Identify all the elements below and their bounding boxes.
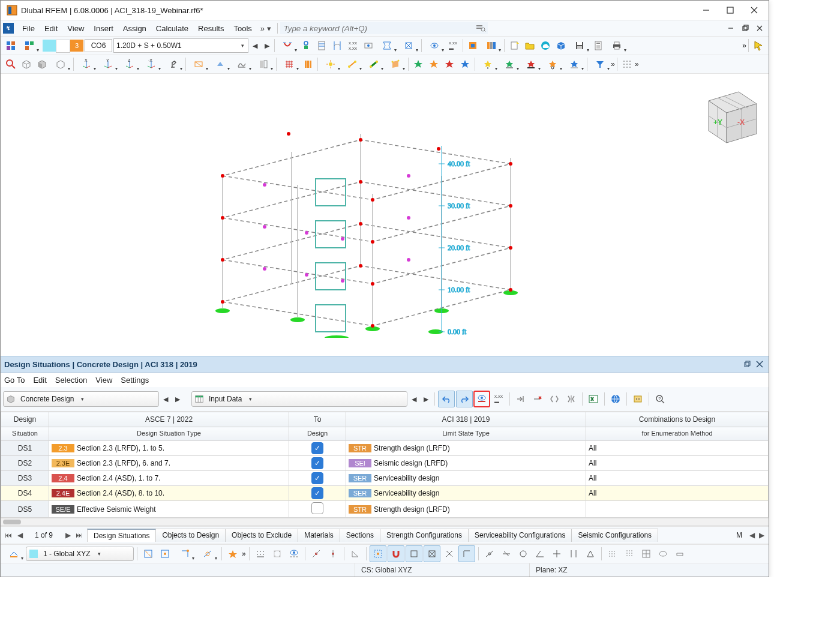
tool-node-1[interactable] bbox=[320, 56, 341, 72]
tool-results-xxx[interactable]: x.xxx.xx bbox=[345, 38, 361, 53]
tool-section-1[interactable] bbox=[188, 56, 209, 72]
toolbar2-overflow[interactable]: » bbox=[611, 60, 615, 68]
tool-star-1[interactable] bbox=[410, 56, 426, 72]
osnap-1[interactable] bbox=[253, 546, 268, 562]
loadcase-next[interactable]: ▶ bbox=[262, 39, 272, 52]
panel-menu-view[interactable]: View bbox=[95, 376, 112, 385]
tab-serviceability-configurations[interactable]: Serviceability Configurations bbox=[468, 529, 572, 542]
tool-star-6[interactable] bbox=[499, 56, 520, 72]
snap-2[interactable] bbox=[157, 546, 173, 562]
menu-view[interactable]: View bbox=[62, 23, 89, 34]
snap-4[interactable] bbox=[197, 546, 218, 562]
situation-type-cell[interactable]: SE/EEffective Seismic Weight bbox=[49, 501, 289, 518]
panel-menu-goto[interactable]: Go To bbox=[4, 376, 25, 385]
combinations-cell[interactable]: All bbox=[586, 441, 769, 456]
tool-print-preview[interactable] bbox=[590, 38, 606, 53]
panel-undo[interactable] bbox=[438, 391, 455, 407]
tool-navigator-2[interactable] bbox=[19, 38, 40, 53]
tool-new[interactable] bbox=[506, 38, 522, 53]
panel-globe[interactable] bbox=[608, 391, 623, 407]
snap-star[interactable] bbox=[225, 546, 241, 562]
table-row[interactable]: DS32.4Section 2.4 (ASD), 1. to 7.✓SERSer… bbox=[1, 471, 769, 486]
loadcase-select[interactable]: 1.20D + S + 0.50W1▾ bbox=[113, 38, 248, 53]
toggle-rect-x[interactable] bbox=[424, 545, 440, 562]
combinations-cell[interactable]: All bbox=[586, 486, 769, 501]
to-design-checkbox[interactable]: ✓ bbox=[289, 441, 346, 456]
navigation-cube[interactable]: +Y -X bbox=[691, 80, 763, 152]
snap-3[interactable] bbox=[174, 546, 196, 562]
osnap-2[interactable] bbox=[269, 546, 285, 562]
limit-state-cell[interactable]: STRStrength design (LRFD) bbox=[346, 501, 586, 518]
input-combo-prev[interactable]: ◀ bbox=[409, 392, 419, 406]
tool-star-9[interactable] bbox=[563, 56, 585, 72]
tool-star-7[interactable] bbox=[520, 56, 542, 72]
tab-strength-configurations[interactable]: Strength Configurations bbox=[380, 529, 469, 542]
panel-redo[interactable] bbox=[456, 391, 473, 407]
osnap-5[interactable] bbox=[325, 546, 341, 562]
tool-section-4[interactable] bbox=[253, 56, 274, 72]
panel-menu-settings[interactable]: Settings bbox=[121, 376, 149, 385]
tab-more[interactable]: M bbox=[734, 531, 745, 539]
tool-fe-solid[interactable] bbox=[300, 56, 316, 72]
table-row[interactable]: DS5SE/EEffective Seismic WeightSTRStreng… bbox=[1, 501, 769, 518]
guide-1[interactable] bbox=[605, 546, 620, 562]
search-icon[interactable] bbox=[473, 22, 488, 34]
loadcase-prev[interactable]: ◀ bbox=[250, 39, 260, 52]
tool-results-5[interactable] bbox=[361, 38, 376, 53]
panel-menu-selection[interactable]: Selection bbox=[55, 376, 87, 385]
design-module-combo[interactable]: Concrete Design▾ bbox=[3, 391, 159, 407]
tool-microscope[interactable] bbox=[162, 56, 184, 72]
toggle-corner[interactable] bbox=[458, 545, 475, 562]
toolbar2-overflow-2[interactable]: » bbox=[635, 60, 639, 68]
osnap-4[interactable] bbox=[308, 546, 324, 562]
limit-state-cell[interactable]: STRStrength design (LRFD) bbox=[346, 441, 586, 456]
toolbar1-overflow[interactable]: » bbox=[742, 41, 746, 50]
menu-overflow[interactable]: » ▾ bbox=[257, 24, 275, 33]
panel-delete-row[interactable] bbox=[530, 391, 545, 407]
tool-member-1[interactable] bbox=[363, 56, 385, 72]
tab-materials[interactable]: Materials bbox=[298, 529, 340, 542]
angle-snap[interactable] bbox=[347, 546, 363, 562]
table-h-scrollbar[interactable] bbox=[1, 518, 769, 526]
tool-results-6[interactable] bbox=[376, 38, 398, 53]
menu-tools[interactable]: Tools bbox=[229, 23, 256, 34]
tool-color-1[interactable] bbox=[465, 38, 481, 53]
panel-xxx-toggle[interactable]: x.xx▬ bbox=[491, 391, 506, 407]
line-snap-3[interactable] bbox=[515, 546, 531, 562]
tool-results-3[interactable] bbox=[314, 38, 329, 53]
tool-star-2[interactable] bbox=[426, 56, 442, 72]
col-design-sit[interactable]: Design bbox=[1, 412, 49, 427]
tool-zoom-rect[interactable] bbox=[3, 56, 19, 72]
tab-objects-to-exclude[interactable]: Objects to Exclude bbox=[225, 529, 298, 542]
tool-save[interactable] bbox=[569, 38, 590, 53]
tool-star-8[interactable] bbox=[542, 56, 563, 72]
tab-seismic-configurations[interactable]: Seismic Configurations bbox=[571, 529, 658, 542]
line-snap-5[interactable] bbox=[549, 546, 565, 562]
tool-color-2[interactable] bbox=[481, 38, 502, 53]
tool-results-7[interactable] bbox=[398, 38, 419, 53]
page-last[interactable]: ⏭ bbox=[74, 530, 85, 541]
tool-print[interactable] bbox=[606, 38, 628, 53]
combinations-cell[interactable]: All bbox=[586, 456, 769, 471]
page-next[interactable]: ▶ bbox=[62, 530, 73, 541]
design-combo-prev[interactable]: ◀ bbox=[160, 392, 171, 406]
col-aci[interactable]: ACI 318 | 2019 bbox=[346, 412, 586, 427]
table-row[interactable]: DS12.3Section 2.3 (LRFD), 1. to 5.✓STRSt… bbox=[1, 441, 769, 456]
panel-excel[interactable] bbox=[586, 391, 601, 407]
menu-calculate[interactable]: Calculate bbox=[151, 23, 193, 34]
line-snap-7[interactable] bbox=[583, 546, 598, 562]
minimize-button[interactable] bbox=[694, 2, 718, 19]
menu-insert[interactable]: Insert bbox=[89, 23, 118, 34]
combinations-cell[interactable]: All bbox=[586, 471, 769, 486]
situation-type-cell[interactable]: 2.4Section 2.4 (ASD), 1. to 7. bbox=[49, 471, 289, 486]
osnap-3[interactable] bbox=[286, 546, 302, 562]
limit-state-cell[interactable]: SERServiceability design bbox=[346, 471, 586, 486]
tool-view-xxx[interactable]: x.xx▬ bbox=[445, 38, 461, 53]
tool-wireframe[interactable] bbox=[19, 56, 34, 72]
mdi-restore[interactable] bbox=[739, 23, 752, 34]
panel-import[interactable] bbox=[513, 391, 529, 407]
tab-design-situations[interactable]: Design Situations bbox=[87, 529, 156, 542]
search-input[interactable] bbox=[280, 22, 473, 34]
panel-props[interactable] bbox=[630, 391, 646, 407]
coord-system-combo[interactable]: 1 - Global XYZ▾ bbox=[26, 547, 134, 561]
